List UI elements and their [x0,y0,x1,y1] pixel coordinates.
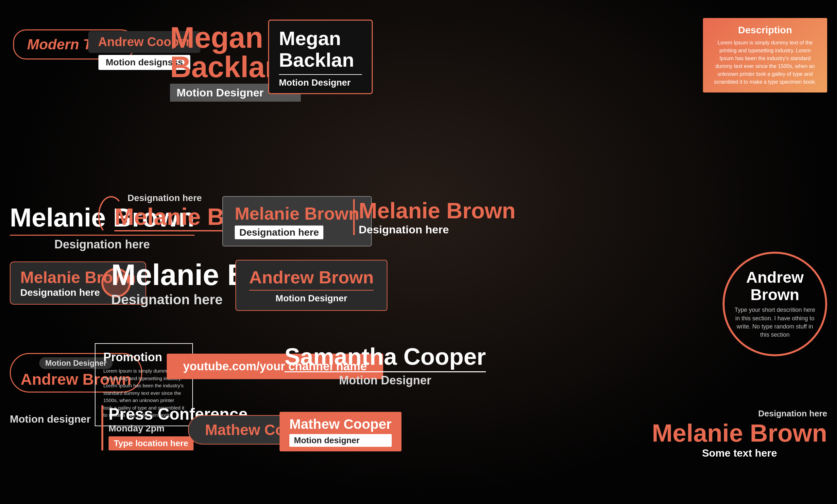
melanie-box-center-card: Melanie Brown Designation here [222,196,372,247]
samantha-cooper-line [284,371,486,372]
melanie-bar-right-name: Melanie Brown [359,198,516,223]
andrew-brown-box-designation: Motion Designer [249,293,374,304]
melanie-bottom-right-designation-top: Designation here [652,409,827,419]
description-card: Description Lorem Ipsum is simply dummy … [703,18,827,92]
andrew-circle-card: Andrew Brown Type your short descrition … [723,252,827,356]
andrew-brown-box-card: Andrew Brown Motion Designer [235,260,388,311]
melanie-box-center-name: Melanie Brown [235,203,359,223]
samantha-last-box: Baker [38,405,52,411]
melanie-arc-underline [114,230,239,231]
melanie-arc-circle [98,196,124,235]
press-conference-location: Type location here [109,436,194,450]
samantha-last: Baker [38,405,52,411]
mathew-box-designation-wrap: Motion designer [289,434,392,447]
megan-backlan-box-card: Megan Backlan Motion Designer [268,20,373,94]
andrew-brown-box-divider [249,290,374,291]
melanie-bar-right-designation: Designation here [359,223,516,236]
mathew-box-name: Mathew Cooper [289,416,392,432]
megan-backlan-divider [279,74,362,75]
megan-backlan-name: Megan Backlan [279,28,362,71]
description-body: Lorem Ipsum is simply dummy text of the … [712,39,818,86]
samantha-cooper-designation: Motion Designer [284,374,486,387]
mathew-box-card: Mathew Cooper Motion designer [280,412,402,451]
melanie-bar-right-card: Melanie Brown Designation here [353,198,516,236]
mathew-box-designation: Motion designer [294,435,387,446]
samantha-cooper-card: Samantha Cooper Motion Designer [284,343,486,387]
samantha-first: Samantha [10,405,34,411]
melanie-bottom-right-some-text: Some text here [652,447,827,459]
melanie-bottom-right-card: Designation here Melanie Brown Some text… [652,409,827,459]
canvas: Modern Titles Andrew Cooper Motion desig… [0,0,837,504]
samantha-baker-names: Samantha Baker [10,405,91,411]
samantha-baker-designation: Motion designer [10,413,91,425]
samantha-cooper-name: Samantha Cooper [284,343,486,370]
megan-backlan-designation: Motion Designer [279,77,362,88]
andrew-circle-desc: Type your short descrition here in this … [734,306,815,339]
melanie-bar-right-text: Melanie Brown Designation here [359,198,516,236]
melanie-bottom-right-name: Melanie Brown [652,419,827,447]
melanie-large-left-designation: Designation here [10,238,195,251]
melanie-bar-right-bar [353,199,355,235]
melanie-large-left-line [10,235,195,236]
samantha-baker-card: Samantha Baker Motion designer [10,405,91,425]
melanie-box-center-designation: Designation here [235,226,323,239]
description-title: Description [712,24,818,36]
andrew-brown-box-name: Andrew Brown [249,267,374,287]
andrew-circle-name: Andrew Brown [746,269,804,304]
